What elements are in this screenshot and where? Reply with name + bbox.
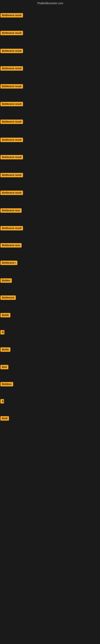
bottleneck-badge-4[interactable]: Bottleneck result [0, 66, 23, 71]
result-row-9: Bottleneck result [0, 155, 23, 160]
result-row-24: Bottl [0, 416, 9, 422]
bottleneck-badge-16[interactable]: Bottlen [0, 278, 12, 283]
result-row-21: Bott [0, 365, 8, 370]
result-row-11: Bottleneck result [0, 190, 23, 196]
bottleneck-badge-5[interactable]: Bottleneck result [0, 84, 23, 88]
bottleneck-badge-1[interactable]: Bottleneck result [0, 13, 23, 18]
result-row-4: Bottleneck result [0, 66, 23, 72]
bottleneck-badge-19[interactable]: B [0, 330, 4, 334]
result-row-6: Bottleneck result [0, 102, 23, 107]
bottleneck-badge-14[interactable]: Bottleneck resu [0, 243, 22, 248]
result-row-12: Bottleneck resu [0, 208, 22, 214]
bottleneck-badge-8[interactable]: Bottleneck result [0, 138, 23, 142]
result-row-2: Bottleneck result [0, 31, 23, 36]
site-title: TheBottlenecker.com [0, 0, 100, 6]
result-row-20: Bottle [0, 347, 10, 352]
result-row-8: Bottleneck result [0, 138, 23, 143]
result-row-23: B [0, 399, 4, 404]
result-row-1: Bottleneck result [0, 13, 23, 18]
result-row-5: Bottleneck result [0, 84, 23, 89]
result-row-18: Bottle [0, 313, 10, 318]
result-row-22: Bottlens [0, 382, 13, 387]
bottleneck-badge-17[interactable]: Bottleneck [0, 296, 16, 300]
bottleneck-badge-18[interactable]: Bottle [0, 313, 10, 317]
result-row-14: Bottleneck resu [0, 243, 22, 248]
bottleneck-badge-22[interactable]: Bottlens [0, 382, 13, 386]
bottleneck-badge-13[interactable]: Bottleneck result [0, 226, 23, 230]
result-row-16: Bottlen [0, 278, 12, 284]
bottleneck-badge-2[interactable]: Bottleneck result [0, 31, 23, 35]
results-container: Bottleneck resultBottleneck resultBottle… [0, 6, 100, 644]
result-row-13: Bottleneck result [0, 226, 23, 231]
bottleneck-badge-12[interactable]: Bottleneck resu [0, 208, 22, 213]
bottleneck-badge-7[interactable]: Bottleneck result [0, 120, 23, 124]
bottleneck-badge-24[interactable]: Bottl [0, 416, 9, 420]
bottleneck-badge-10[interactable]: Bottleneck result [0, 173, 23, 177]
result-row-10: Bottleneck result [0, 173, 23, 178]
bottleneck-badge-21[interactable]: Bott [0, 365, 8, 369]
result-row-7: Bottleneck result [0, 120, 23, 125]
result-row-19: B [0, 330, 4, 335]
bottleneck-badge-6[interactable]: Bottleneck result [0, 102, 23, 106]
bottleneck-badge-3[interactable]: Bottleneck result [0, 49, 23, 53]
bottleneck-badge-23[interactable]: B [0, 399, 4, 404]
result-row-15: Bottleneck r [0, 260, 17, 266]
bottleneck-badge-15[interactable]: Bottleneck r [0, 260, 17, 265]
bottleneck-badge-11[interactable]: Bottleneck result [0, 190, 23, 195]
result-row-3: Bottleneck result [0, 49, 23, 54]
bottleneck-badge-9[interactable]: Bottleneck result [0, 155, 23, 160]
result-row-17: Bottleneck [0, 296, 16, 301]
bottleneck-badge-20[interactable]: Bottle [0, 347, 10, 352]
